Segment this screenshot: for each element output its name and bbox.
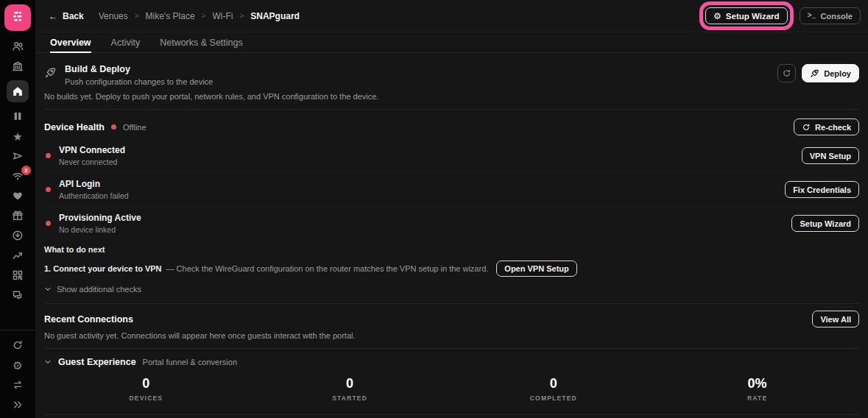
sidebar-item-rewards[interactable] <box>7 210 29 222</box>
build-deploy-head: Build & Deploy Push configuration change… <box>44 64 213 86</box>
show-additional-checks-label: Show additional checks <box>57 285 141 294</box>
columns-icon <box>12 110 24 122</box>
setup-wizard-check-button[interactable]: Setup Wizard <box>791 215 859 232</box>
trend-icon <box>12 249 24 261</box>
check-title: Provisioning Active <box>59 213 141 223</box>
guest-experience-title: Guest Experience <box>58 357 136 367</box>
view-all-button[interactable]: View All <box>812 311 859 327</box>
health-check-row: Provisioning Active No device linked Set… <box>44 206 859 240</box>
stat-devices: 0 DEVICES <box>44 376 248 402</box>
stat-label: STARTED <box>248 394 452 402</box>
recent-connections-title: Recent Connections <box>44 314 133 325</box>
breadcrumb-wifi[interactable]: Wi-Fi <box>212 11 233 21</box>
back-button[interactable]: ← Back <box>49 11 84 21</box>
fix-credentials-button[interactable]: Fix Credentials <box>785 181 859 198</box>
check-subtitle: Authentication failed <box>59 191 129 200</box>
offline-status-dot <box>111 124 116 130</box>
stat-label: RATE <box>655 394 859 402</box>
sidebar-item-analytics[interactable] <box>7 249 29 261</box>
recheck-label: Re-check <box>815 123 851 132</box>
sidebar-item-sync[interactable] <box>7 339 29 351</box>
sidebar-item-users[interactable] <box>7 40 29 52</box>
back-arrow-icon: ← <box>49 11 57 21</box>
sidebar-item-campaigns[interactable] <box>7 150 29 162</box>
recheck-button[interactable]: Re-check <box>794 118 859 135</box>
guest-experience-header[interactable]: Guest Experience Portal funnel & convers… <box>44 357 859 367</box>
breadcrumb-venue-name[interactable]: Mike's Place <box>146 11 195 21</box>
gear-icon: ⚙ <box>13 360 22 371</box>
build-deploy-subtitle: Push configuration changes to the device <box>65 77 213 86</box>
check-status-dot <box>46 221 51 226</box>
sidebar-item-imports[interactable] <box>7 230 29 241</box>
top-bar: ← Back Venues > Mike's Place > Wi-Fi > S… <box>35 0 868 32</box>
terminal-icon: >_ <box>808 12 816 20</box>
stat-label: COMPLETED <box>452 394 656 402</box>
breadcrumb-separator: > <box>202 12 206 20</box>
sidebar-bottom-nav: ⚙ <box>7 339 29 411</box>
brand-logo-glyph <box>11 10 24 25</box>
health-check-row: API Login Authentication failed Fix Cred… <box>44 172 859 206</box>
device-health-status: Offline <box>123 123 147 132</box>
sidebar-nav: ★ 2 <box>7 40 29 301</box>
sidebar-item-settings[interactable]: ⚙ <box>7 359 29 371</box>
sidebar-item-qr-codes[interactable] <box>7 269 29 281</box>
qr-code-icon <box>12 269 24 281</box>
setup-wizard-button[interactable]: ⚙ Setup Wizard <box>705 7 788 24</box>
brand-logo[interactable] <box>4 4 31 31</box>
check-title: API Login <box>59 179 129 189</box>
sidebar-item-transfer[interactable] <box>7 379 29 391</box>
gift-icon <box>12 210 24 222</box>
stat-started: 0 STARTED <box>248 376 452 402</box>
tab-overview[interactable]: Overview <box>50 32 91 52</box>
vpn-setup-button[interactable]: VPN Setup <box>802 147 859 164</box>
next-step-row: 1. Connect your device to VPN — Check th… <box>44 261 859 277</box>
stat-value: 0% <box>655 376 859 392</box>
console-button[interactable]: >_ Console <box>800 7 861 24</box>
page-content: Build & Deploy Push configuration change… <box>35 53 868 418</box>
sidebar-item-home[interactable] <box>7 80 29 102</box>
open-vpn-setup-button[interactable]: Open VPN Setup <box>496 261 576 277</box>
deploy-button[interactable]: Deploy <box>802 64 859 82</box>
sidebar-item-collapse[interactable] <box>7 399 29 411</box>
stat-label: DEVICES <box>44 394 248 402</box>
tab-networks-settings[interactable]: Networks & Settings <box>160 32 243 52</box>
tab-networks-settings-label: Networks & Settings <box>160 38 243 48</box>
rebuild-button[interactable] <box>777 64 796 82</box>
sidebar-item-messages[interactable] <box>7 289 29 301</box>
health-check-row: VPN Connected Never connected VPN Setup <box>44 139 859 172</box>
wifi-notification-badge: 2 <box>21 166 31 175</box>
show-additional-checks-toggle[interactable]: Show additional checks <box>44 285 859 294</box>
sidebar: ★ 2 ⚙ <box>0 0 35 418</box>
refresh-icon <box>802 123 811 132</box>
check-texts: API Login Authentication failed <box>59 179 129 200</box>
tab-activity-label: Activity <box>111 38 141 48</box>
build-deploy-actions: Deploy <box>777 64 859 82</box>
sidebar-item-favorites[interactable]: ★ <box>7 130 29 142</box>
console-label: Console <box>821 12 853 21</box>
breadcrumb-separator: > <box>239 12 244 20</box>
stat-completed: 0 COMPLETED <box>452 376 656 402</box>
gear-icon: ⚙ <box>713 12 721 21</box>
guest-experience-subtitle: Portal funnel & conversion <box>143 358 237 366</box>
device-health-title-group: Device Health Offline <box>44 122 147 132</box>
transfer-icon <box>12 379 24 391</box>
heart-icon <box>12 190 24 202</box>
users-icon <box>12 40 24 52</box>
check-status-dot <box>46 187 51 192</box>
sidebar-item-venues[interactable] <box>7 60 29 72</box>
divider <box>44 303 859 304</box>
breadcrumb-separator: > <box>135 12 139 20</box>
device-health-title: Device Health <box>44 122 105 132</box>
sidebar-item-favourites-heart[interactable] <box>7 190 29 202</box>
build-deploy-title: Build & Deploy <box>65 64 213 74</box>
tab-activity[interactable]: Activity <box>111 32 141 52</box>
stat-rate: 0% RATE <box>655 376 859 402</box>
tab-overview-label: Overview <box>50 38 91 48</box>
sidebar-item-wifi[interactable]: 2 <box>7 170 29 182</box>
recent-connections-empty-text: No guest activity yet. Connections will … <box>44 331 859 340</box>
tab-bar: Overview Activity Networks & Settings <box>35 32 868 53</box>
sidebar-item-columns[interactable] <box>7 110 29 122</box>
next-step-text: — Check the WireGuard configuration on t… <box>166 264 489 273</box>
device-health-header: Device Health Offline Re-check <box>44 118 859 135</box>
breadcrumb-venues[interactable]: Venues <box>99 11 128 21</box>
